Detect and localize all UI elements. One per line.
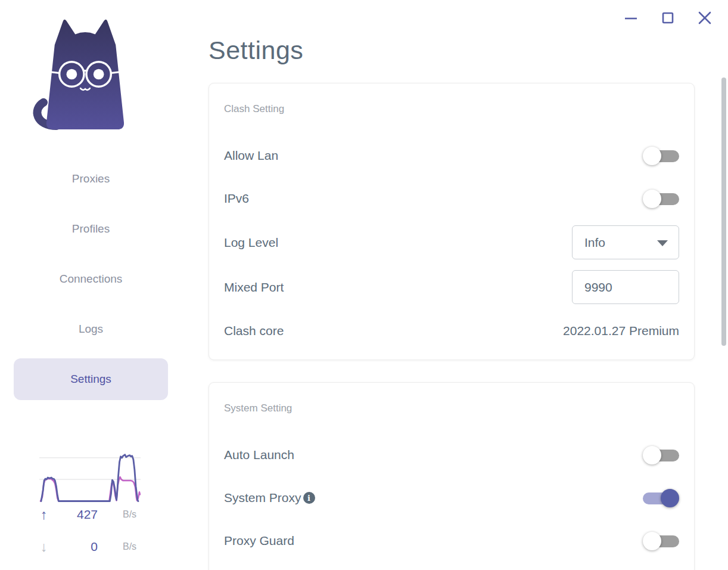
allow-lan-toggle[interactable] [643,147,679,165]
ipv6-toggle[interactable] [643,190,679,208]
system-proxy-label: System Proxy i [224,491,315,505]
system-proxy-label-text: System Proxy [224,491,301,505]
upload-arrow-icon: ↑ [41,507,58,523]
mixed-port-input[interactable] [572,270,679,304]
close-icon[interactable] [697,10,713,26]
info-icon[interactable]: i [303,492,315,504]
sidebar: Proxies Profiles Connections Logs Settin… [0,0,182,570]
scrollbar-thumb[interactable] [721,78,726,346]
download-stat-row: ↓ 0 B/s [41,538,142,556]
proxy-guard-row: Proxy Guard [224,519,679,562]
ipv6-label: IPv6 [224,191,249,206]
system-proxy-row: System Proxy i [224,476,679,519]
sidebar-item-proxies[interactable]: Proxies [14,154,168,204]
sidebar-item-settings[interactable]: Settings [14,354,168,404]
page-title: Settings [209,36,695,65]
sidebar-item-label: Proxies [72,172,110,185]
toggle-knob [643,532,661,550]
mixed-port-label: Mixed Port [224,280,284,295]
clash-core-row: Clash core 2022.01.27 Premium [224,309,679,352]
auto-launch-label: Auto Launch [224,448,294,462]
proxy-guard-label: Proxy Guard [224,534,294,548]
log-level-value: Info [584,236,605,250]
sidebar-item-label: Settings [70,373,111,386]
upload-unit: B/s [123,509,136,520]
upload-stat-row: ↑ 427 B/s [41,506,142,523]
toggle-knob [643,446,661,464]
proxy-guard-toggle[interactable] [643,532,679,550]
clash-core-value: 2022.01.27 Premium [563,324,679,338]
log-level-label: Log Level [224,236,278,250]
upload-value: 427 [58,507,98,522]
clash-settings-window: Proxies Profiles Connections Logs Settin… [0,0,728,570]
download-arrow-icon: ↓ [41,539,58,555]
clash-setting-card: Clash Setting Allow Lan IPv6 Log Level [209,83,695,360]
ipv6-row: IPv6 [224,177,679,220]
log-level-select[interactable]: Info [572,225,679,259]
toggle-knob [643,147,661,165]
system-proxy-toggle[interactable] [643,489,679,507]
clash-cat-logo [29,17,142,131]
download-value: 0 [58,540,98,554]
chevron-down-icon [657,240,668,246]
sidebar-nav: Proxies Profiles Connections Logs Settin… [14,154,168,404]
sidebar-item-profiles[interactable]: Profiles [14,204,168,254]
sidebar-item-logs[interactable]: Logs [14,304,168,354]
system-setting-card: System Setting Auto Launch System Proxy … [209,382,695,570]
allow-lan-row: Allow Lan [224,134,679,177]
system-setting-section-title: System Setting [224,398,679,433]
toggle-knob [643,190,661,208]
log-level-row: Log Level Info [224,220,679,265]
toggle-knob [661,489,679,507]
clash-core-label: Clash core [224,324,284,338]
main-content: Settings Clash Setting Allow Lan IPv6 Lo… [209,0,695,570]
clash-setting-section-title: Clash Setting [224,98,679,134]
auto-launch-toggle[interactable] [643,446,679,464]
sidebar-item-label: Connections [60,272,123,286]
allow-lan-label: Allow Lan [224,148,278,163]
sidebar-item-label: Profiles [72,222,110,236]
sidebar-item-label: Logs [79,323,103,336]
sidebar-item-connections[interactable]: Connections [14,254,168,304]
auto-launch-row: Auto Launch [224,433,679,476]
cat-logo-svg [29,17,142,131]
traffic-sparkline-chart [39,448,141,502]
mixed-port-row: Mixed Port [224,265,679,309]
download-unit: B/s [123,541,136,552]
